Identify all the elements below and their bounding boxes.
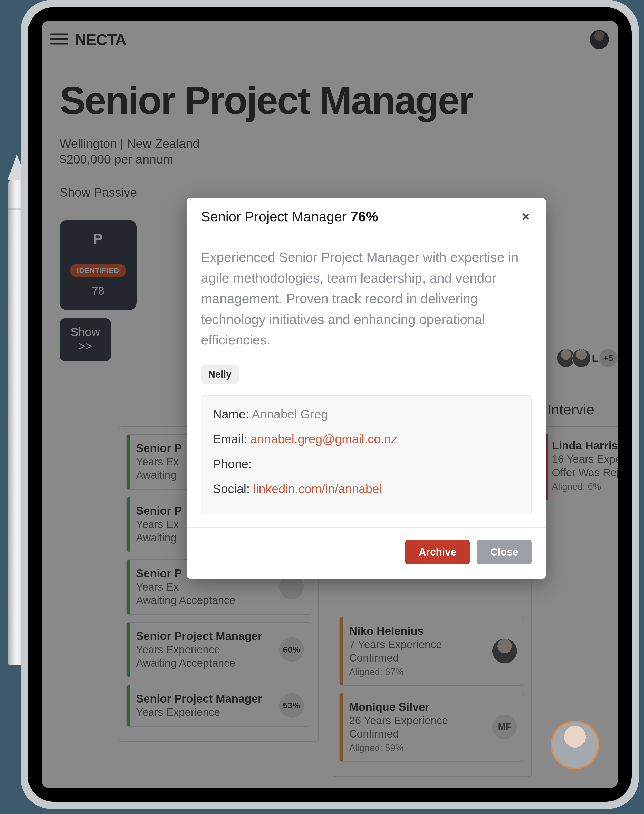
contact-name-label: Name:: [213, 408, 249, 421]
contact-social-label: Social:: [213, 482, 250, 496]
tablet-frame: NECTA Senior Project Manager Wellington …: [20, 0, 639, 809]
contact-box: Name: Annabel Greg Email: annabel.greg@g…: [201, 396, 532, 514]
close-button[interactable]: Close: [477, 540, 532, 564]
contact-name-value: Annabel Greg: [252, 408, 328, 421]
app-screen: NECTA Senior Project Manager Wellington …: [41, 21, 618, 788]
contact-phone-label: Phone:: [213, 457, 252, 471]
assistant-bot-avatar[interactable]: [550, 720, 600, 770]
modal-title: Senior Project Manager 76%: [201, 208, 378, 224]
source-tag: Nelly: [201, 365, 239, 383]
close-icon[interactable]: ×: [520, 209, 532, 224]
candidate-detail-modal: Senior Project Manager 76% × Experienced…: [187, 198, 546, 579]
contact-social-value[interactable]: linkedin.com/in/annabel: [253, 482, 382, 496]
contact-email-label: Email:: [213, 432, 247, 446]
modal-title-pct: 76%: [350, 209, 378, 224]
contact-email-value[interactable]: annabel.greg@gmail.co.nz: [250, 432, 397, 446]
modal-title-role: Senior Project Manager: [201, 209, 347, 224]
archive-button[interactable]: Archive: [405, 540, 470, 564]
candidate-summary: Experienced Senior Project Manager with …: [201, 247, 532, 350]
